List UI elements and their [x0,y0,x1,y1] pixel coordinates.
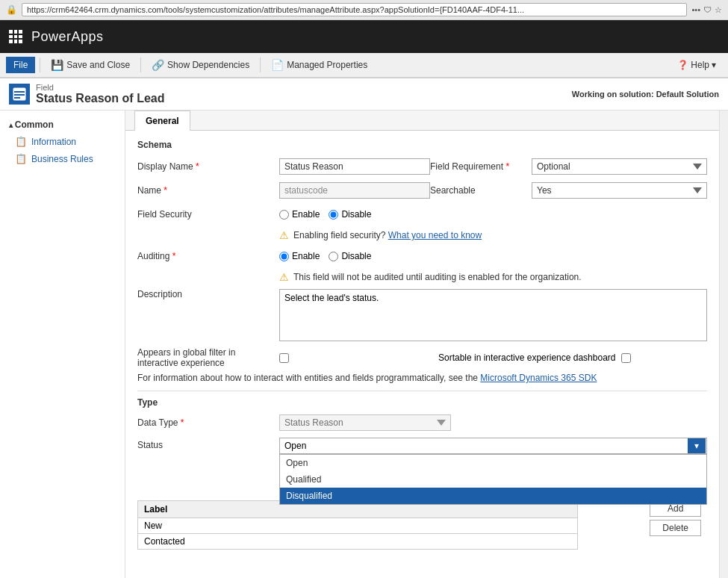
browser-icons: ••• 🛡 ☆ [691,5,722,15]
field-requirement-select[interactable]: Optional Business Required Business Reco… [532,158,707,175]
save-close-label: Save and Close [66,60,130,70]
auditing-disable[interactable]: Disable [329,251,371,261]
help-button[interactable]: ❓ Help ▾ [671,57,722,73]
field-security-row: Field Security Enable Disable [137,205,707,223]
dropdown-item-disqualified[interactable]: Disqualified [280,488,706,504]
app-header: PowerApps [0,20,728,53]
field-security-warning-text: Enabling field security? What you need t… [293,230,482,240]
header-labels: Field Status Reason of Lead [36,83,164,105]
field-security-label: Field Security [137,209,279,220]
sdk-link[interactable]: Microsoft Dynamics 365 SDK [480,373,597,383]
action-buttons: Add Delete [650,500,701,536]
field-security-enable-radio[interactable] [279,210,289,220]
field-label: Field [36,83,164,92]
business-rules-icon: 📋 [15,153,27,164]
field-security-disable[interactable]: Disable [329,209,371,220]
status-label: Status [137,438,279,450]
form-content: Schema Display Name * Field Requirement … [125,131,719,559]
status-row: Status Open ▾ Open Qualified Disqualifie… [137,438,707,456]
file-button[interactable]: File [6,57,35,73]
sortable-label: Sortable in interactive experience dashb… [438,352,615,363]
auditing-radios: Enable Disable [279,251,371,261]
auditing-warning-icon: ⚠ [279,271,289,283]
searchable-select[interactable]: Yes No [532,182,707,199]
auditing-warning-row: ⚠ This field will not be audited until a… [137,271,707,283]
page-header-left: Field Status Reason of Lead [9,83,164,105]
options-section: Label New Contacted Add Delete [137,500,707,550]
content-area: General Schema Display Name * Field Requ… [125,111,719,578]
appears-filter-label: Appears in global filter in interactive … [137,347,279,368]
display-name-row: Display Name * Field Requirement * Optio… [137,158,707,175]
auditing-label: Auditing * [137,251,279,261]
sidebar-item-business-rules-label: Business Rules [31,154,93,164]
toolbar-sep2 [140,58,141,72]
svg-rect-2 [14,94,25,96]
field-security-enable[interactable]: Enable [279,209,320,220]
field-requirement-label: Field Requirement * [430,161,520,172]
dropdown-item-open[interactable]: Open [280,455,706,471]
app-title: PowerApps [31,29,104,45]
table-row-new[interactable]: New [138,518,578,534]
status-dropdown-arrow[interactable]: ▾ [688,438,706,453]
auditing-disable-radio[interactable] [329,252,338,261]
star-icon[interactable]: ☆ [715,5,722,15]
options-table: Label New Contacted [137,500,578,550]
url-bar[interactable]: https://crm642464.crm.dynamics.com/tools… [22,3,687,16]
description-row: Description Select the lead's status. [137,289,707,341]
scrollbar[interactable] [719,111,728,578]
dependencies-icon: 🔗 [152,59,164,71]
auditing-enable[interactable]: Enable [279,251,320,261]
auditing-row: Auditing * Enable Disable [137,247,707,265]
svg-rect-3 [14,97,20,99]
managed-props-icon: 📄 [271,59,284,71]
information-icon: 📋 [15,136,27,147]
searchable-label: Searchable [430,185,520,196]
solution-info: Working on solution: Default Solution [572,90,719,99]
managed-properties-button[interactable]: 📄 Managed Properties [265,56,373,74]
sidebar: Common 📋 Information 📋 Business Rules [0,111,125,578]
warning-triangle-icon: ⚠ [279,229,289,241]
page-title: Status Reason of Lead [36,92,164,105]
warning-link[interactable]: What you need to know [388,230,482,240]
status-dropdown-container: Open ▾ Open Qualified Disqualified [279,438,707,454]
field-requirement-pair: Field Requirement * Optional Business Re… [430,158,707,175]
field-security-warning-row: ⚠ Enabling field security? What you need… [137,229,707,241]
auditing-warning-text: This field will not be audited until aud… [293,272,582,282]
name-row: Name * Searchable Yes No [137,181,707,199]
show-dependencies-label: Show Dependencies [167,60,249,70]
page-header: Field Status Reason of Lead Working on s… [0,78,728,111]
main-layout: Common 📋 Information 📋 Business Rules Ge… [0,111,728,578]
show-dependencies-button[interactable]: 🔗 Show Dependencies [146,56,255,74]
description-textarea[interactable]: Select the lead's status. [279,289,707,341]
searchable-pair: Searchable Yes No [430,182,707,199]
data-type-select[interactable]: Status Reason [279,414,451,431]
display-name-required: * [196,161,199,172]
dropdown-item-qualified[interactable]: Qualified [280,471,706,488]
toolbar-sep1 [40,58,40,72]
field-security-disable-radio[interactable] [329,210,338,220]
save-close-button[interactable]: 💾 Save and Close [45,56,136,74]
appears-filter-checkbox[interactable] [279,353,289,363]
tab-general[interactable]: General [134,111,190,131]
managed-properties-label: Managed Properties [287,60,367,70]
checkbox-row: Appears in global filter in interactive … [137,347,707,368]
sdk-link-row: For information about how to interact wi… [137,373,707,383]
sidebar-item-business-rules[interactable]: 📋 Business Rules [0,150,125,167]
svg-rect-1 [14,91,25,93]
waffle-icon[interactable] [9,30,22,43]
help-dropdown-icon: ▾ [712,60,716,70]
name-label: Name * [137,185,279,196]
status-input-wrapper: Open ▾ [279,438,707,454]
sortable-checkbox[interactable] [621,353,631,363]
schema-title: Schema [137,140,707,150]
dots-icon[interactable]: ••• [691,5,700,15]
sidebar-section-common[interactable]: Common [0,116,125,133]
name-input[interactable] [279,182,430,199]
display-name-input[interactable] [279,158,430,175]
sidebar-item-information[interactable]: 📋 Information [0,133,125,150]
delete-button[interactable]: Delete [650,520,701,536]
status-value[interactable]: Open [280,438,706,453]
table-row-contacted[interactable]: Contacted [138,534,578,550]
auditing-enable-radio[interactable] [279,252,289,261]
type-title: Type [137,391,707,408]
